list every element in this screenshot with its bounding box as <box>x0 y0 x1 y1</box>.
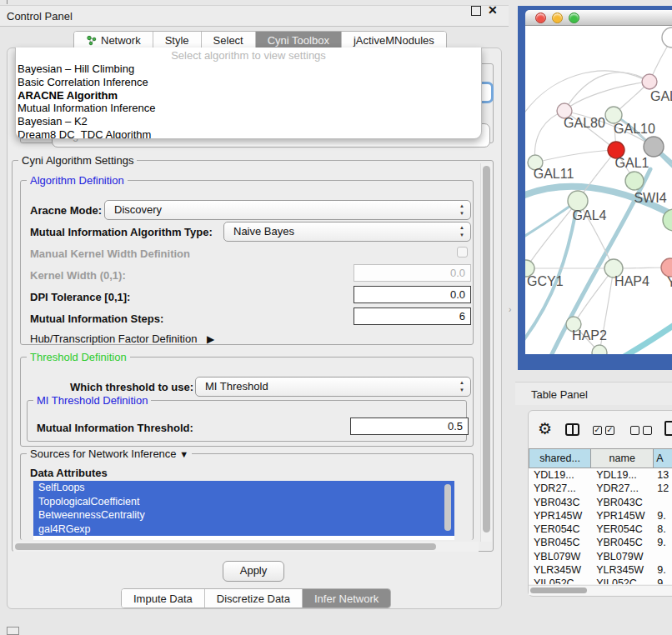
checked-checkbox-icon[interactable]: ✓ <box>593 426 602 435</box>
table-row[interactable]: YBR043CYBR043C <box>529 496 672 509</box>
table-cell: YBL079W <box>591 550 654 563</box>
apply-button[interactable]: Apply <box>223 561 284 582</box>
network-node-swi4[interactable] <box>625 172 644 190</box>
column-header-a[interactable]: A <box>654 448 672 468</box>
control-panel-titlebar: Control Panel <box>0 5 509 27</box>
tab-style[interactable]: Style <box>153 32 201 49</box>
table-row[interactable]: YBR045CYBR045C9. <box>529 536 672 549</box>
tab-cyni-toolbox[interactable]: Cyni Toolbox <box>255 32 341 49</box>
table-cell: YPR145W <box>529 509 591 522</box>
attribute-item-selfloops[interactable]: SelfLoops <box>33 481 454 495</box>
tab-jactivemnodules[interactable]: jActiveMNodules <box>341 32 446 49</box>
hub-definition-toggle[interactable]: Hub/Transcription Factor Definition ▶ <box>30 332 214 345</box>
list-scrollbar-thumb[interactable] <box>444 484 451 531</box>
attribute-item-betweennesscentrality[interactable]: BetweennessCentrality <box>33 508 454 522</box>
table-row[interactable]: YER054CYER054C8. <box>529 522 672 536</box>
network-node[interactable] <box>644 137 664 157</box>
table-horizontal-scrollbar[interactable] <box>529 585 672 595</box>
gear-icon[interactable]: ⚙ <box>538 419 552 438</box>
network-node-gal[interactable] <box>642 74 657 89</box>
network-node-label: GAL10 <box>614 122 655 136</box>
network-node-label: Y <box>667 275 672 289</box>
mi-algorithm-type-select[interactable]: Naive Bayes ▲▼ <box>223 222 471 242</box>
dpi-tolerance-label: DPI Tolerance [0,1]: <box>30 291 130 303</box>
network-graph[interactable]: GALGAL80GAL10GAL1GAL11SWI4GAL4GCY1HAP4YH… <box>525 26 672 354</box>
cursor-artifact <box>7 0 8 4</box>
algorithm-definition-title: Algorithm Definition <box>27 174 128 187</box>
close-traffic-light[interactable] <box>535 12 546 23</box>
float-window-icon[interactable] <box>471 6 481 16</box>
table-cell: YIL052C <box>591 577 654 584</box>
manual-kernel-width-checkbox <box>457 247 468 258</box>
network-node-gal10[interactable] <box>605 107 622 123</box>
network-node[interactable] <box>662 28 672 48</box>
tab-infer-network[interactable]: Infer Network <box>302 589 390 608</box>
network-edge[interactable] <box>535 150 616 162</box>
which-threshold-label: Which threshold to use: <box>70 381 193 393</box>
algorithm-option-dream8-dc-tdc-algorithm[interactable]: Dream8 DC_TDC Algorithm <box>16 128 481 139</box>
dpi-tolerance-field[interactable]: 0.0 <box>354 286 471 303</box>
network-edge[interactable] <box>525 71 649 122</box>
table-cell: 8. <box>654 522 672 536</box>
table-row[interactable]: YPR145WYPR145W9. <box>529 509 672 522</box>
mi-steps-field[interactable]: 6 <box>354 308 471 325</box>
network-edge[interactable] <box>564 72 649 111</box>
column-header-shared[interactable]: shared... <box>529 448 591 468</box>
zoom-traffic-light[interactable] <box>569 12 579 23</box>
network-edge[interactable] <box>564 82 649 111</box>
network-edge[interactable] <box>617 318 672 354</box>
attribute-item-topologicalcoefficient[interactable]: TopologicalCoefficient <box>33 495 454 509</box>
aracne-mode-select[interactable]: Discovery ▲▼ <box>104 200 471 220</box>
algorithm-option-mutual-information-inference[interactable]: Mutual Information Inference <box>16 102 481 115</box>
table-row[interactable]: YBL079WYBL079W <box>529 550 672 563</box>
tab-network[interactable]: Network <box>74 32 153 49</box>
scrollbar-thumb[interactable] <box>15 543 436 550</box>
scrollbar-thumb[interactable] <box>530 588 587 593</box>
close-icon[interactable]: ✕ <box>488 3 498 17</box>
network-node[interactable] <box>592 345 607 354</box>
network-node-y[interactable] <box>661 258 672 277</box>
minimize-traffic-light[interactable] <box>552 12 563 23</box>
table-row[interactable]: YLR345WYLR345W9. <box>529 563 672 577</box>
network-node-label: GAL4 <box>573 208 607 222</box>
table-row[interactable]: YDR27...YDR27...12 <box>529 482 672 495</box>
splitter-handle[interactable]: › <box>509 305 511 314</box>
network-canvas[interactable]: GALGAL80GAL10GAL1GAL11SWI4GAL4GCY1HAP4YH… <box>525 26 672 354</box>
table-row[interactable]: YDL19...YDL19...13 <box>529 468 672 482</box>
algorithm-option-aracne-algorithm[interactable]: ARACNE Algorithm <box>16 89 481 102</box>
split-columns-icon[interactable] <box>565 423 579 436</box>
table-header-row: shared...nameA <box>529 448 672 468</box>
which-threshold-select[interactable]: MI Threshold ▲▼ <box>195 377 471 397</box>
scrollbar-thumb[interactable] <box>483 166 490 532</box>
mi-threshold-title: MI Threshold Definition <box>33 394 151 407</box>
network-node-label: GCY1 <box>527 274 564 288</box>
algorithm-option-bayesian-k2[interactable]: Bayesian – K2 <box>16 115 481 128</box>
kernel-width-label: Kernel Width (0,1): <box>30 269 126 282</box>
unchecked-checkbox-icon[interactable] <box>643 426 652 435</box>
table-cell: YIL052C <box>529 577 591 584</box>
tab-discretize-data[interactable]: Discretize Data <box>204 589 302 608</box>
document-icon[interactable] <box>664 421 672 436</box>
tab-impute-data[interactable]: Impute Data <box>122 589 204 608</box>
data-attributes-label: Data Attributes <box>30 467 108 479</box>
algorithm-option-basic-correlation-inference[interactable]: Basic Correlation Inference <box>16 76 481 89</box>
mi-threshold-field[interactable]: 0.5 <box>350 418 469 435</box>
network-window-titlebar[interactable] <box>525 10 672 26</box>
network-edge[interactable] <box>534 111 564 162</box>
table-cell <box>654 550 672 563</box>
algorithm-option-bayesian-hill-climbing[interactable]: Bayesian – Hill Climbing <box>16 62 481 76</box>
attribute-item-gal4rgexp[interactable]: gal4RGexp <box>33 522 454 537</box>
table-row[interactable]: YIL052CYIL052C9 <box>529 577 672 584</box>
application-window: Control Panel ✕ NetworkStyleSelectCyni T… <box>0 0 672 635</box>
settings-horizontal-scrollbar[interactable] <box>13 542 479 552</box>
bottom-left-window-fragment <box>7 627 19 635</box>
checked-checkbox-icon[interactable]: ✓ <box>605 426 614 435</box>
stepper-arrows-icon: ▲▼ <box>459 224 464 239</box>
threshold-definition-title: Threshold Definition <box>27 351 130 363</box>
tab-select[interactable]: Select <box>201 32 255 49</box>
unchecked-checkbox-icon[interactable] <box>630 426 639 435</box>
table-cell: YBL079W <box>529 550 591 563</box>
settings-vertical-scrollbar[interactable] <box>480 163 492 542</box>
column-header-name[interactable]: name <box>591 448 654 468</box>
sources-title-toggle[interactable]: Sources for Network Inference ▼ <box>27 448 192 460</box>
